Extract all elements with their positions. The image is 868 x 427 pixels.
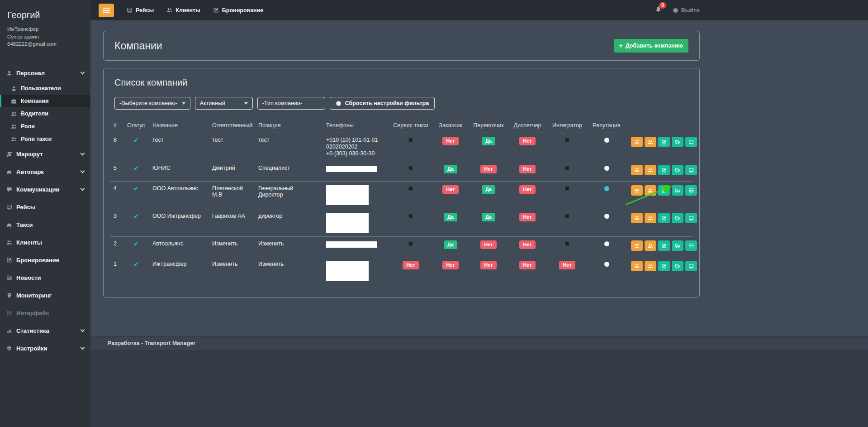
- column-header: Репутация: [588, 118, 626, 133]
- buses-button[interactable]: [685, 213, 697, 223]
- subfooter: [90, 350, 868, 427]
- staff-button[interactable]: [645, 213, 656, 223]
- user-info: Георгий ИжТрансфер Супер админ 6482222@g…: [0, 0, 90, 48]
- details-button[interactable]: [631, 137, 643, 147]
- sidebar-item-taxi-roles[interactable]: Роли такси: [0, 133, 90, 145]
- chevron-down-icon: [81, 187, 85, 191]
- hamburger-icon: [103, 8, 110, 9]
- company-name: ИжТрансфер: [149, 257, 209, 285]
- buses-button[interactable]: [685, 165, 697, 175]
- staff-button[interactable]: [645, 261, 656, 271]
- list-icon: [634, 139, 640, 145]
- edit-button[interactable]: [658, 137, 670, 147]
- edit-button[interactable]: [658, 240, 670, 251]
- sidebar-item-settings[interactable]: Настройки: [0, 340, 90, 357]
- topbar-link-booking[interactable]: Бронирование: [213, 7, 263, 14]
- edit-button[interactable]: [658, 213, 670, 223]
- edit-button[interactable]: [658, 261, 670, 271]
- editsq-icon: [661, 216, 667, 221]
- sidebar-item-monitoring[interactable]: Мониторинг: [0, 287, 90, 304]
- edit-button[interactable]: [658, 165, 670, 175]
- topbar-link-trips[interactable]: Рейсы: [127, 7, 154, 14]
- reset-filters-label: Сбросить настройки фильтра: [345, 100, 429, 106]
- vehicles-button[interactable]: [672, 213, 683, 223]
- chevron-down-icon: [81, 70, 85, 75]
- carrier-badge: Да: [482, 137, 495, 145]
- staff-button[interactable]: [645, 137, 656, 147]
- chevron-down-icon: [81, 345, 85, 350]
- buses-button[interactable]: [685, 185, 697, 196]
- dispatcher-badge: Нет: [519, 185, 535, 194]
- company-phones: [323, 257, 389, 285]
- dispatcher-badge: Нет: [519, 165, 535, 173]
- staff-button[interactable]: [645, 165, 656, 175]
- column-header: Статус: [123, 118, 149, 133]
- page-header-panel: Компании + Добавить компанию: [103, 31, 700, 61]
- vehicles-button[interactable]: [672, 137, 683, 147]
- chevron-down-icon: [81, 328, 85, 332]
- cross-icon: ✖: [565, 165, 570, 172]
- vehicles-button[interactable]: [672, 185, 683, 196]
- add-company-button[interactable]: + Добавить компанию: [614, 39, 688, 53]
- buses-button[interactable]: [685, 261, 697, 271]
- truck-icon: [675, 168, 680, 173]
- status-filter-select[interactable]: Активный: [195, 97, 253, 110]
- sidebar-item-taxi[interactable]: Такси: [0, 216, 90, 234]
- company-row-4: 4✔ООО АвтоальянсПлетенской М.ВГенеральны…: [110, 182, 693, 209]
- details-button[interactable]: [631, 261, 643, 271]
- reset-filters-button[interactable]: Сбросить настройки фильтра: [330, 97, 435, 110]
- details-button[interactable]: [631, 240, 643, 251]
- vehicles-button[interactable]: [672, 261, 683, 271]
- cross-icon: ✖: [408, 213, 413, 220]
- buses-button[interactable]: [685, 137, 697, 147]
- logout-button[interactable]: Выйти: [673, 7, 700, 14]
- company-id: 4: [110, 182, 123, 209]
- carrier-badge: Да: [482, 185, 495, 194]
- company-phones: [323, 161, 389, 182]
- sidebar-item-label: Автопарк: [16, 168, 44, 175]
- menu-toggle-button[interactable]: [99, 4, 114, 17]
- sidebar-item-drivers[interactable]: Водители: [0, 107, 90, 120]
- buses-button[interactable]: [685, 240, 697, 251]
- sidebar-item-communications[interactable]: Коммуникации: [0, 181, 90, 198]
- vehicles-button[interactable]: [672, 240, 683, 251]
- logout-label: Выйти: [681, 7, 700, 14]
- bus-icon: [688, 188, 694, 193]
- notifications-button[interactable]: 0: [655, 6, 662, 14]
- phone-number: +0 (303) 030-30-30: [326, 150, 386, 157]
- sidebar-item-companies[interactable]: Компании: [0, 95, 90, 107]
- staff-button[interactable]: [645, 240, 656, 251]
- topbar-link-clients[interactable]: Клиенты: [166, 7, 200, 14]
- sidebar-item-interface[interactable]: Интерфейс: [0, 304, 90, 322]
- type-filter-select[interactable]: -Тип компании-: [257, 97, 325, 110]
- sidebar-item-statistics[interactable]: Статистика: [0, 322, 90, 340]
- edit-button[interactable]: [658, 185, 670, 196]
- column-header-actions: [626, 118, 693, 133]
- phone-number: +010 (10) 101-01-01: [326, 137, 386, 144]
- sidebar-item-clients[interactable]: Клиенты: [0, 234, 90, 251]
- details-button[interactable]: [631, 165, 643, 175]
- company-filter-select[interactable]: -Выберите компанию-: [114, 97, 190, 110]
- details-button[interactable]: [631, 213, 643, 223]
- sidebar-item-label: Рейсы: [16, 204, 35, 211]
- redacted-phone: [326, 213, 369, 233]
- sidebar-item-label: Интерфейс: [16, 310, 49, 317]
- table-header-row: #СтатусНазваниеОтветственныйПозицияТелеф…: [110, 118, 693, 133]
- vehicles-button[interactable]: [672, 165, 683, 175]
- company-id: 5: [110, 161, 123, 182]
- users-icon: [648, 243, 653, 249]
- sidebar-item-trips[interactable]: Рейсы: [0, 198, 90, 216]
- column-header: Интегратор: [547, 118, 588, 133]
- details-button[interactable]: [631, 185, 643, 196]
- company-responsible: тест: [209, 133, 255, 161]
- sidebar-item-news[interactable]: Новости: [0, 269, 90, 287]
- sidebar-item-fleet[interactable]: Автопарк: [0, 163, 90, 181]
- staff-button[interactable]: [645, 185, 656, 196]
- sidebar-item-users[interactable]: Пользователи: [0, 82, 90, 95]
- sidebar-item-route[interactable]: Маршрут: [0, 145, 90, 163]
- users-icon: [648, 168, 653, 173]
- sidebar-item-booking[interactable]: Бронирование: [0, 251, 90, 269]
- sidebar-item-roles[interactable]: Роли: [0, 120, 90, 133]
- sidebar-item-personal[interactable]: Персонал: [0, 64, 90, 82]
- route-icon: [6, 151, 12, 157]
